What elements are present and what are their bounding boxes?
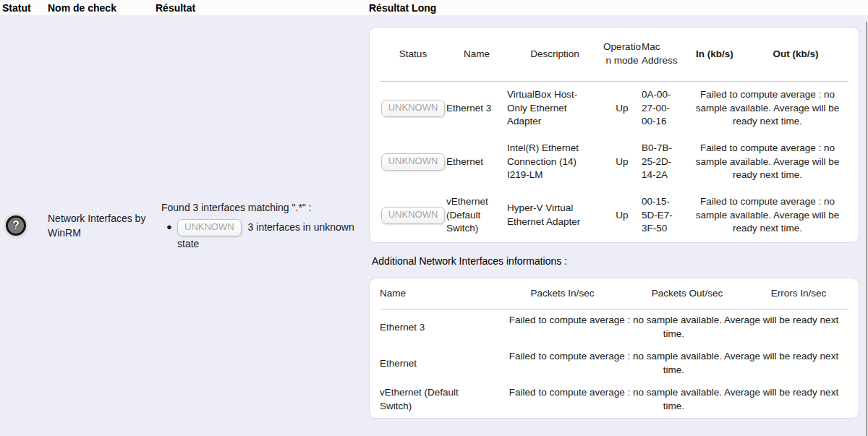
header-mac-address: Mac Address xyxy=(642,40,686,68)
interface-mac-address: B0-7B-25-2D-14-2A xyxy=(642,142,686,183)
additional-table-header: Name Packets In/sec Packets Out/sec Erro… xyxy=(380,278,848,309)
interface-name: vEthernet (Default Switch) xyxy=(380,386,499,414)
interface-name: Ethernet xyxy=(446,155,507,169)
statut-cell: ? xyxy=(0,15,48,436)
interface-row: UNKNOWN Ethernet 3 VirtualBox Host-Only … xyxy=(380,82,848,135)
interface-traffic-message: Failed to compute average : no sample av… xyxy=(686,88,848,129)
interface-description: VirtualBox Host-Only Ethernet Adapter xyxy=(507,88,603,129)
interface-name: vEthernet (Default Switch) xyxy=(446,195,507,236)
vertical-scrollbar[interactable] xyxy=(866,22,867,436)
header-in-kbs: In (kb/s) xyxy=(686,48,743,61)
table-header-row: Statut Nom de check Résultat Résultat Lo… xyxy=(0,0,868,15)
header-operation-mode: Operation mode xyxy=(603,40,642,68)
status-badge: UNKNOWN xyxy=(381,100,446,116)
header-name: Name xyxy=(446,48,507,61)
header-errors-in: Errors In/sec xyxy=(749,287,848,301)
status-badge: UNKNOWN xyxy=(381,153,446,170)
check-name-cell: Network Interfaces by WinRM xyxy=(48,15,156,436)
bullet-icon: ●︎ xyxy=(161,219,177,251)
interface-description: Hyper-V Virtual Ethernet Adapter xyxy=(507,202,603,229)
interface-name: Ethernet 3 xyxy=(446,102,507,116)
interface-name: Ethernet 3 xyxy=(380,321,499,335)
interface-traffic-message: Failed to compute average : no sample av… xyxy=(686,142,848,183)
header-name: Name xyxy=(380,287,499,301)
column-header-resultat[interactable]: Résultat xyxy=(156,2,369,14)
additional-row: Ethernet Failed to compute average : no … xyxy=(380,346,848,382)
status-badge: UNKNOWN xyxy=(381,207,446,223)
header-out-kbs: Out (kb/s) xyxy=(743,48,848,61)
column-header-resultat-long[interactable]: Résultat Long xyxy=(369,2,868,14)
additional-info-card: Name Packets In/sec Packets Out/sec Erro… xyxy=(369,278,859,419)
header-description: Description xyxy=(507,48,603,61)
additional-row: Ethernet 3 Failed to compute average : n… xyxy=(380,309,848,346)
packets-message: Failed to compute average : no sample av… xyxy=(499,314,848,341)
header-packets-out: Packets Out/sec xyxy=(626,287,749,301)
packets-message: Failed to compute average : no sample av… xyxy=(499,386,848,414)
additional-info-label: Additional Network Interfaces informatio… xyxy=(372,255,868,267)
interface-description: Intel(R) Ethernet Connection (14) I219-L… xyxy=(507,142,603,183)
additional-row: vEthernet (Default Switch) Failed to com… xyxy=(380,382,848,418)
interface-op-mode: Up xyxy=(603,155,642,169)
interface-traffic-message: Failed to compute average : no sample av… xyxy=(686,195,848,236)
interface-mac-address: 0A-00-27-00-00-16 xyxy=(642,88,686,129)
result-long-cell: Status Name Description Operation mode M… xyxy=(369,15,868,436)
interface-row: UNKNOWN vEthernet (Default Switch) Hyper… xyxy=(380,189,848,242)
column-header-statut[interactable]: Statut xyxy=(0,2,48,14)
result-cell: Found 3 interfaces matching ".*" : ●︎ UN… xyxy=(156,15,369,436)
question-mark-glyph: ? xyxy=(12,220,20,231)
header-packets-in: Packets In/sec xyxy=(499,287,626,301)
header-status: Status xyxy=(380,48,446,61)
interface-op-mode: Up xyxy=(603,102,642,116)
unknown-status-icon: ? xyxy=(6,215,26,236)
result-summary: Found 3 interfaces matching ".*" : xyxy=(161,200,359,215)
interface-op-mode: Up xyxy=(603,209,642,223)
interface-row: UNKNOWN Ethernet Intel(R) Ethernet Conne… xyxy=(380,135,848,189)
interfaces-card: Status Name Description Operation mode M… xyxy=(369,27,859,243)
result-list-item: ●︎ UNKNOWN3 interfaces in unknown state xyxy=(161,219,359,251)
check-row: ? Network Interfaces by WinRM Found 3 in… xyxy=(0,15,868,436)
unknown-status-badge: UNKNOWN xyxy=(177,219,242,236)
interfaces-table-header: Status Name Description Operation mode M… xyxy=(380,27,848,82)
column-header-nom-de-check[interactable]: Nom de check xyxy=(48,2,156,14)
interface-name: Ethernet xyxy=(380,357,499,371)
check-name[interactable]: Network Interfaces by WinRM xyxy=(48,211,151,241)
packets-message: Failed to compute average : no sample av… xyxy=(499,350,848,377)
interface-mac-address: 00-15-5D-E7-3F-50 xyxy=(642,195,686,236)
